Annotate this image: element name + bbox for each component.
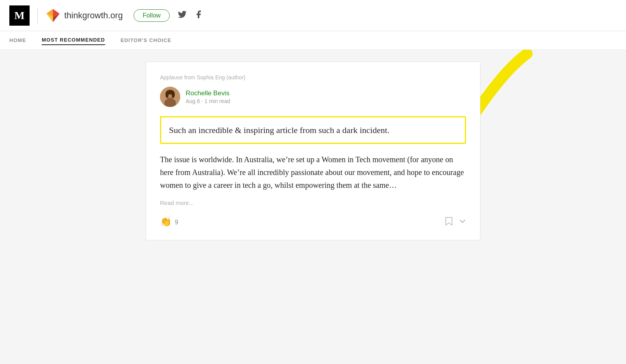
facebook-icon[interactable]: [194, 10, 203, 21]
follow-button[interactable]: Follow: [134, 9, 169, 22]
author-row: Rochelle Bevis Aug 6 · 1 min read: [160, 87, 466, 107]
nav-item-home[interactable]: HOME: [9, 36, 26, 45]
card-actions: [445, 217, 466, 228]
author-name[interactable]: Rochelle Bevis: [186, 89, 230, 97]
clap-icon[interactable]: 👏: [160, 215, 171, 229]
avatar-image: [160, 87, 180, 107]
nav-item-editors-choice[interactable]: EDITOR'S CHOICE: [121, 36, 171, 45]
quote-highlight: Such an incredible & inspiring article f…: [160, 116, 466, 144]
article-card: Applause from Sophia Eng (author) Rochel…: [146, 61, 480, 240]
card-footer: 👏 9: [160, 215, 466, 229]
applause-label: Applause from Sophia Eng (author): [160, 74, 466, 80]
article-body: The issue is worldwide. In Australia, we…: [160, 153, 466, 192]
brand-logo-icon: [46, 8, 60, 23]
author-meta: Aug 6 · 1 min read: [186, 98, 230, 104]
quote-text: Such an incredible & inspiring article f…: [169, 124, 457, 136]
clap-svg: 👏: [160, 215, 171, 226]
social-icons: [178, 10, 203, 21]
bookmark-icon[interactable]: [445, 217, 453, 228]
read-more-link[interactable]: Read more...: [160, 200, 466, 206]
brand-area: thinkgrowth.org Follow: [46, 8, 170, 23]
header: M thinkgrowth.org Follow: [0, 0, 626, 31]
twitter-icon[interactable]: [178, 10, 187, 21]
main-content: Applause from Sophia Eng (author) Rochel…: [0, 50, 626, 252]
brand-name: thinkgrowth.org: [64, 10, 123, 21]
svg-point-13: [172, 91, 175, 98]
clap-count: 9: [175, 219, 178, 226]
medium-logo[interactable]: M: [9, 5, 30, 26]
navigation: HOME MOST RECOMMENDED EDITOR'S CHOICE: [0, 31, 626, 50]
chevron-down-icon[interactable]: [459, 218, 466, 227]
nav-item-most-recommended[interactable]: MOST RECOMMENDED: [42, 35, 105, 45]
svg-point-12: [165, 91, 169, 98]
header-divider: [37, 8, 38, 23]
author-info: Rochelle Bevis Aug 6 · 1 min read: [186, 89, 230, 104]
clap-area: 👏 9: [160, 215, 178, 229]
author-avatar: [160, 87, 180, 107]
svg-text:👏: 👏: [160, 216, 171, 226]
